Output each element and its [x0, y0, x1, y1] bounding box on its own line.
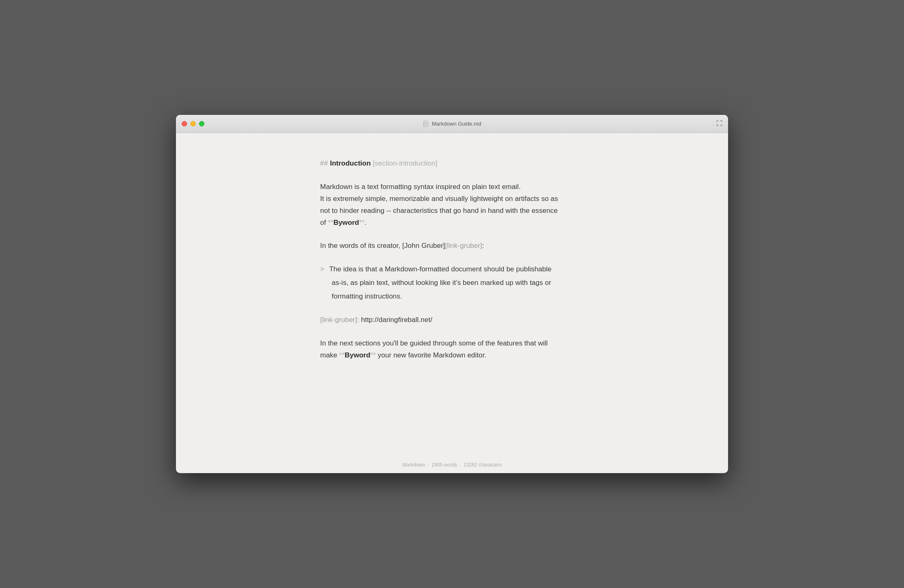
blockquote-text-3: formatting instructions. [332, 292, 402, 300]
blockquote-line-2: as-is, as plain text, without looking li… [320, 277, 584, 289]
paragraph-3: In the next sections you'll be guided th… [320, 338, 584, 362]
expand-icon [717, 120, 722, 126]
document-icon [423, 121, 429, 127]
para3-line1: In the next sections you'll be guided th… [320, 339, 548, 347]
link-definition: [link-gruber]: http://daringfireball.net… [320, 314, 584, 326]
title-text: Markdown Guide.md [432, 121, 481, 127]
para3-pre: make [320, 351, 339, 359]
para3-post: your new favorite Markdown editor. [376, 351, 486, 359]
close-button[interactable] [182, 121, 187, 126]
traffic-lights [182, 121, 204, 126]
para2-pre: In the words of its creator, [John Grube… [320, 242, 445, 250]
blockquote-marker: > [320, 264, 324, 275]
bold-close-1: ** [359, 219, 364, 226]
bold-close-2: ** [370, 351, 376, 359]
para1-line1: Markdown is a text formatting syntax ins… [320, 183, 521, 191]
heading-section: ## Introduction [section-introduction] [320, 158, 584, 170]
para1-line3: not to hinder reading -- characteristics… [320, 207, 557, 215]
heading-hash: ## [320, 159, 328, 167]
app-window: Markdown Guide.md ## Introduction [secti… [176, 115, 728, 473]
minimize-button[interactable] [190, 121, 196, 126]
maximize-button[interactable] [199, 121, 204, 126]
status-words: 1905 words [431, 462, 457, 468]
para1-line2: It is extremely simple, memorizable and … [320, 195, 558, 203]
blockquote-text-1: The idea is that a Markdown-formatted do… [329, 264, 552, 275]
blockquote-line-3: formatting instructions. [320, 291, 584, 303]
window-title: Markdown Guide.md [423, 121, 481, 127]
blockquote: > The idea is that a Markdown-formatted … [320, 264, 584, 303]
blockquote-line-1: > The idea is that a Markdown-formatted … [320, 264, 584, 275]
status-characters: 13262 characters [464, 462, 502, 468]
editor-content: ## Introduction [section-introduction] M… [312, 158, 592, 373]
status-dot-1: · [428, 462, 429, 468]
heading-title: Introduction [330, 159, 371, 167]
paragraph-1: Markdown is a text formatting syntax ins… [320, 181, 584, 229]
status-label: Markdown [403, 462, 425, 468]
bold-open-1: ** [328, 219, 333, 226]
para1-period: . [365, 219, 367, 226]
link-def-key: [link-gruber]: [320, 316, 359, 324]
heading-anchor: [section-introduction] [373, 159, 438, 167]
title-bar: Markdown Guide.md [176, 115, 728, 133]
status-dot-2: · [459, 462, 461, 468]
link-ref-inline: [link-gruber] [445, 242, 482, 250]
editor-area[interactable]: ## Introduction [section-introduction] M… [176, 133, 728, 473]
byword-bold-1: Byword [333, 219, 359, 226]
byword-bold-2: Byword [345, 351, 370, 359]
paragraph-2: In the words of its creator, [John Grube… [320, 240, 584, 252]
para2-post: : [482, 242, 484, 250]
status-bar: Markdown · 1905 words · 13262 characters [176, 457, 728, 473]
expand-button[interactable] [717, 120, 722, 127]
para1-of: of [320, 219, 328, 226]
bold-open-2: ** [339, 351, 344, 359]
link-def-url: http://daringfireball.net/ [361, 316, 432, 324]
blockquote-text-2: as-is, as plain text, without looking li… [332, 279, 551, 287]
